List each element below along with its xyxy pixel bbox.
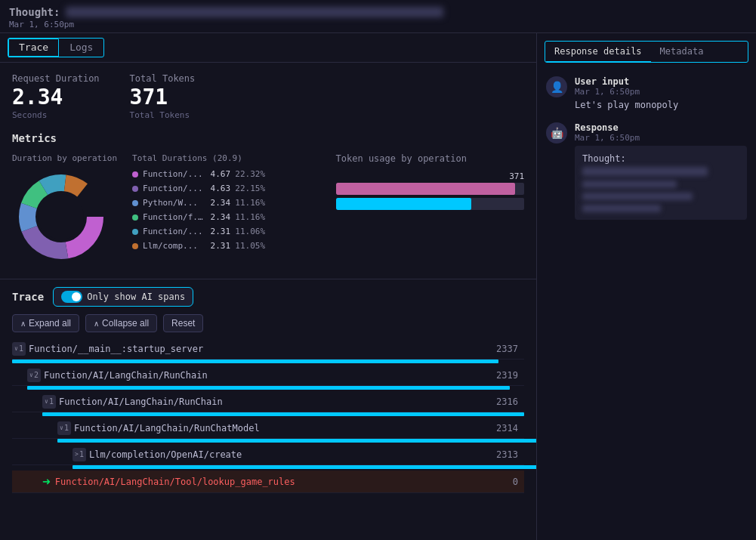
total-tokens-value: 371 [130, 87, 196, 108]
trace-chevron-4: > [75, 451, 79, 458]
response-thought-label: Thought: [582, 153, 739, 164]
trace-row-0[interactable]: ∨1 Function/__main__:startup_server 2337 [12, 338, 524, 359]
trace-badge-0: ∨1 [12, 342, 26, 356]
trace-chevron-1: ∨ [29, 372, 33, 378]
thought-label: Thought: [9, 6, 60, 18]
tab-trace[interactable]: Trace [8, 39, 59, 57]
token-bar-bg-1 [336, 183, 524, 195]
trace-badge-3: ∨1 [57, 421, 71, 435]
trace-chevron-0: ∨ [14, 345, 18, 352]
duration-row-5: Llm/comp... 2.31 11.05% [132, 241, 320, 251]
token-usage-chart: Token usage by operation 371 [336, 153, 524, 213]
response-block: 🤖 Response Mar 1, 6:50pm Thought: [546, 122, 747, 220]
tab-metadata[interactable]: Metadata [651, 42, 713, 63]
metrics-title: Metrics [12, 132, 524, 144]
duration-pct-2: 11.16% [235, 198, 265, 208]
duration-name-4: Function/... [143, 227, 203, 236]
trace-bar-row-4 [12, 465, 524, 469]
ai-avatar: 🤖 [546, 122, 567, 143]
toggle-knob [72, 292, 81, 301]
trace-duration-4: 2313 [488, 449, 518, 460]
thought-time: Mar 1, 6:50pm [9, 20, 747, 29]
total-tokens-sub: Total Tokens [130, 110, 196, 120]
reset-button[interactable]: Reset [163, 314, 203, 332]
duration-name-0: Function/... [143, 169, 203, 179]
donut-svg [12, 168, 110, 266]
trace-row-wrapper-0: ∨1 Function/__main__:startup_server 2337 [12, 338, 524, 365]
charts-row: Duration by operation Total Duration [12, 153, 524, 268]
token-bar-bg-2 [336, 198, 524, 210]
trace-chevron-2: ∨ [45, 398, 48, 405]
metrics-section: Request Duration 2.34 Seconds Total Toke… [0, 63, 536, 279]
trace-duration-3: 2314 [488, 423, 518, 434]
expand-chevron: ∧ [20, 319, 26, 328]
duration-chart-title: Duration by operation [12, 153, 117, 163]
trace-bar-row-1 [12, 386, 524, 390]
reset-label: Reset [171, 318, 195, 329]
tab-logs[interactable]: Logs [59, 39, 103, 57]
collapse-all-button[interactable]: ∧ Collapse all [85, 314, 157, 332]
duration-dot-5 [132, 243, 138, 249]
trace-bar-2 [42, 412, 524, 416]
token-bar-371: 371 [336, 171, 524, 195]
user-avatar: 👤 [546, 76, 567, 97]
left-panel: Trace Logs Request Duration 2.34 Seconds… [0, 33, 537, 540]
request-tokens-row: Request Duration 2.34 Seconds Total Toke… [12, 73, 524, 120]
duration-pct-0: 22.32% [235, 169, 265, 179]
trace-duration-0: 2337 [488, 344, 518, 354]
trace-controls: ∧ Expand all ∧ Collapse all Reset [12, 314, 524, 332]
duration-dot-1 [132, 186, 138, 192]
duration-dot-0 [132, 171, 138, 177]
trace-row-4[interactable]: >1 Llm/completion/OpenAI/create 2313 [12, 444, 524, 465]
token-bar-2 [336, 198, 524, 210]
duration-val-0: 4.67 [208, 169, 230, 179]
trace-name-3: Function/AI/LangChain/RunChatModel [74, 423, 488, 434]
trace-rows-container: ∨1 Function/__main__:startup_server 2337… [12, 338, 524, 493]
trace-duration-2: 2316 [488, 397, 518, 407]
user-input-block: 👤 User input Mar 1, 6:50pm Let's play mo… [546, 76, 747, 110]
token-usage-title: Token usage by operation [336, 153, 524, 164]
duration-val-2: 2.34 [208, 198, 230, 208]
request-duration-sub: Seconds [12, 110, 100, 120]
trace-bar-4 [73, 465, 537, 469]
response-blur-4 [582, 205, 661, 212]
token-bar-fill-2 [336, 198, 472, 210]
trace-bar-row-0 [12, 359, 524, 363]
ai-response-content: Response Mar 1, 6:50pm Thought: [575, 122, 747, 220]
trace-row-3[interactable]: ∨1 Function/AI/LangChain/RunChatModel 23… [12, 418, 524, 439]
trace-duration-1: 2319 [488, 370, 518, 381]
response-blur-1 [582, 167, 708, 176]
duration-row-1: Function/... 4.63 22.15% [132, 184, 320, 193]
trace-row-5[interactable]: ➜ Function/AI/LangChain/Tool/lookup_game… [12, 471, 524, 493]
duration-row-2: Python/W... 2.34 11.16% [132, 198, 320, 208]
expand-all-label: Expand all [29, 318, 71, 329]
trace-bar-3 [57, 439, 537, 443]
trace-row-wrapper-2: ∨1 Function/AI/LangChain/RunChain 2316 [12, 391, 524, 418]
response-blur-3 [582, 193, 693, 200]
trace-header-row: Trace Only show AI spans [12, 287, 524, 307]
duration-val-1: 4.63 [208, 184, 230, 193]
trace-section-title: Trace [12, 291, 44, 303]
total-tokens-block: Total Tokens 371 Total Tokens [130, 73, 196, 120]
duration-name-2: Python/W... [143, 198, 203, 208]
collapse-all-label: Collapse all [102, 318, 149, 329]
toggle-switch [61, 291, 82, 303]
response-time: Mar 1, 6:50pm [575, 133, 747, 143]
expand-all-button[interactable]: ∧ Expand all [12, 314, 79, 332]
ai-response-area: Thought: [575, 146, 747, 220]
user-input-text: Let's play monopoly [575, 100, 678, 110]
right-panel: Response details Metadata 👤 User input M… [537, 33, 756, 540]
trace-row-wrapper-3: ∨1 Function/AI/LangChain/RunChatModel 23… [12, 418, 524, 444]
tab-response-details[interactable]: Response details [545, 42, 651, 63]
only-show-ai-spans-toggle[interactable]: Only show AI spans [53, 287, 193, 307]
trace-row-1[interactable]: ∨2 Function/AI/LangChain/RunChain 2319 [12, 365, 524, 386]
trace-row-2[interactable]: ∨1 Function/AI/LangChain/RunChain 2316 [12, 391, 524, 412]
trace-arrow-5: ➜ [42, 474, 51, 489]
collapse-chevron: ∧ [94, 319, 99, 328]
token-bar-label-371: 371 [336, 171, 524, 181]
trace-bar-row-2 [12, 412, 524, 416]
trace-row-wrapper-4: >1 Llm/completion/OpenAI/create 2313 [12, 444, 524, 471]
user-input-content: User input Mar 1, 6:50pm Let's play mono… [575, 76, 678, 110]
trace-badge-2: ∨1 [42, 395, 56, 409]
response-blur-2 [582, 181, 677, 188]
